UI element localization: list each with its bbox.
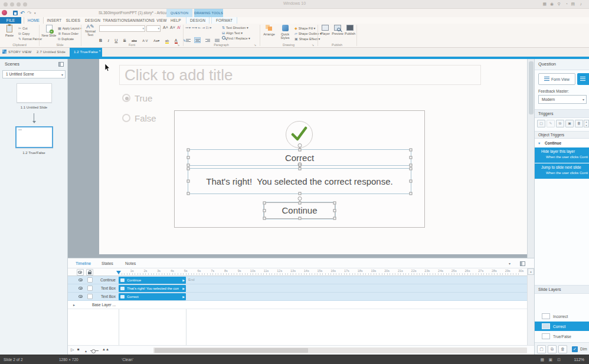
continue-button[interactable]: Continue [264, 202, 335, 219]
indent-icon[interactable]: ⇥ [202, 26, 205, 29]
audio-icon[interactable]: ♪ [580, 2, 583, 6]
tab-file[interactable]: FILE [0, 17, 21, 24]
duplicate-layer-icon[interactable]: ⧉ [548, 345, 557, 353]
copy-trigger-icon[interactable]: ⧉ [556, 120, 564, 127]
numbering-icon[interactable]: ≕▾ [192, 26, 197, 29]
storyline-app-icon[interactable] [2, 10, 7, 15]
outdent-icon[interactable]: ⇤ [198, 26, 201, 29]
trigger-hide-layer[interactable]: Hide layer this layer When the user clic… [535, 147, 589, 163]
tab-timeline[interactable]: Timeline [76, 258, 91, 268]
preview-button[interactable]: Preview [332, 25, 343, 35]
bullets-icon[interactable]: ≔▾ [185, 26, 191, 29]
tab-view[interactable]: VIEW [155, 17, 169, 24]
selection-handle[interactable] [187, 156, 190, 159]
paste-button[interactable]: Paste [2, 25, 17, 37]
radio-true-icon[interactable] [122, 94, 130, 102]
layer-incorrect[interactable]: Incorrect [535, 311, 589, 321]
tab-insert[interactable]: INSERT [45, 17, 64, 24]
selection-handle[interactable] [263, 209, 266, 212]
bold-button[interactable]: B [99, 38, 102, 42]
selection-handle[interactable] [410, 156, 413, 159]
bar-expand-icon[interactable]: ▶ [182, 285, 185, 292]
display-icon[interactable]: ▦ [542, 2, 547, 6]
scrollbar-thumb[interactable] [529, 61, 534, 114]
change-case-button[interactable]: Aa▾ [153, 39, 159, 42]
publish-button[interactable]: Publish [344, 25, 356, 35]
timeline-bar-correct[interactable]: Correct ▶ [119, 293, 186, 300]
qat-dropdown-icon[interactable]: ▾ [34, 9, 36, 17]
tab-design[interactable]: DESIGN [83, 17, 103, 24]
option-true[interactable]: True [122, 93, 152, 103]
selection-handle[interactable] [410, 164, 413, 167]
tab-home[interactable]: HOME [24, 17, 44, 24]
align-right-icon[interactable] [205, 38, 210, 42]
timeline-vertical-scrollbar[interactable]: ▲ [527, 268, 534, 345]
zoom-in-icon[interactable]: ▲▲ [102, 347, 109, 351]
duplicate-button[interactable]: ⧉Duplicate [58, 37, 74, 42]
font-size-combo[interactable] [146, 25, 161, 32]
tab-notes[interactable]: Notes [125, 258, 136, 268]
timeline-row-continue[interactable]: Continue Continue ▶ End [68, 276, 527, 284]
normal-text-button[interactable]: A✎ Normal Text [83, 25, 98, 37]
grid-view-icon[interactable]: ▦ [540, 358, 544, 362]
tab-transitions[interactable]: TRANSITIONS [103, 17, 130, 24]
selection-handle[interactable] [333, 202, 336, 205]
lock-all-button[interactable] [86, 269, 93, 276]
align-justify-icon[interactable] [214, 38, 220, 42]
text-direction-button[interactable]: ⇅Text Direction ▾ [222, 25, 248, 31]
new-trigger-icon[interactable]: ▢ [537, 120, 545, 127]
tab-animations[interactable]: ANIMATIONS [130, 17, 155, 24]
record-icon[interactable]: ◉ [550, 2, 554, 6]
feedback-master-select[interactable]: Modern [538, 95, 587, 104]
close-icon[interactable]: × [99, 47, 101, 55]
timeline-row-base-layer[interactable]: ▸ Base Layer ... [68, 301, 527, 309]
bar-expand-icon[interactable]: ▶ [182, 293, 185, 300]
bar-expand-icon[interactable]: ▶ [182, 277, 185, 284]
char-spacing-button[interactable]: A·V [142, 39, 148, 42]
tab-drawing-format[interactable]: FORMAT [211, 17, 237, 24]
play-icon[interactable]: ▷ [71, 347, 74, 352]
scene-select[interactable]: 1 Untitled Scene [2, 70, 66, 78]
new-layer-icon[interactable]: ▢ [537, 345, 546, 353]
selection-handle[interactable] [410, 168, 413, 170]
fit-to-window-icon[interactable]: ⊡ [557, 358, 561, 362]
user-icon[interactable]: ◔ [565, 2, 568, 6]
italic-button[interactable]: I [108, 38, 109, 43]
dim-checkbox[interactable]: ✓ [572, 346, 578, 352]
timeline-bar-continue[interactable]: Continue ▶ [119, 277, 186, 284]
shrink-font-button[interactable]: A˅ [170, 25, 175, 29]
find-replace-button[interactable]: Find / Replace ▾ [222, 36, 250, 41]
align-left-icon[interactable] [185, 38, 191, 42]
slide-editing-area[interactable]: Click to add title True False Correct Th… [99, 59, 527, 254]
rotation-handle[interactable] [297, 162, 302, 166]
trigger-jump-to-slide[interactable]: Jump to slide next slide When the user c… [535, 163, 589, 179]
feedback-body-textbox[interactable]: That's right! You selected the correct r… [188, 168, 411, 194]
tab-help[interactable]: HELP [169, 17, 183, 24]
delete-layer-icon[interactable]: 🗑 [558, 345, 567, 353]
strike-button[interactable]: S [123, 38, 126, 42]
font-dialog-launcher-icon[interactable]: ⇘ [177, 43, 179, 47]
mic-icon[interactable]: ⚲ [558, 2, 561, 6]
layer-true-false[interactable]: True/False [535, 332, 589, 341]
cut-button[interactable]: ✂Cut [18, 26, 28, 31]
timeline-row-label[interactable]: Continue [88, 276, 116, 284]
font-name-combo[interactable] [99, 25, 145, 32]
save-icon[interactable] [13, 11, 18, 15]
selection-handle[interactable] [263, 202, 266, 205]
selection-handle[interactable] [187, 149, 190, 152]
undo-icon[interactable]: ↶ [20, 9, 25, 17]
selection-handle[interactable] [187, 192, 190, 195]
tab-true-false[interactable]: 1.2 True/False × [70, 48, 102, 57]
timeline-row-label[interactable]: Text Box [88, 284, 116, 293]
quick-styles-button[interactable]: Quick Styles [277, 25, 293, 40]
tab-question-design[interactable]: DESIGN [186, 17, 210, 24]
selection-handle[interactable] [298, 217, 301, 220]
copy-button[interactable]: ⧉Copy [18, 31, 30, 37]
timeline-bar-body-text[interactable]: That's right! You selected the corre... … [119, 285, 186, 292]
timeline-ruler[interactable]: 1s2s3s4s5s6s7s8s9s10s11s12s13s14s15s16s1… [68, 268, 534, 276]
grow-font-button[interactable]: A˄ [163, 25, 168, 29]
timeline-row-label[interactable]: Text Box [88, 293, 116, 301]
shape-effect-button[interactable]: ▣Shape Effect ▾ [294, 37, 320, 42]
form-view-button[interactable]: Form View [538, 73, 575, 85]
edit-trigger-icon[interactable]: ✎ [547, 120, 555, 127]
